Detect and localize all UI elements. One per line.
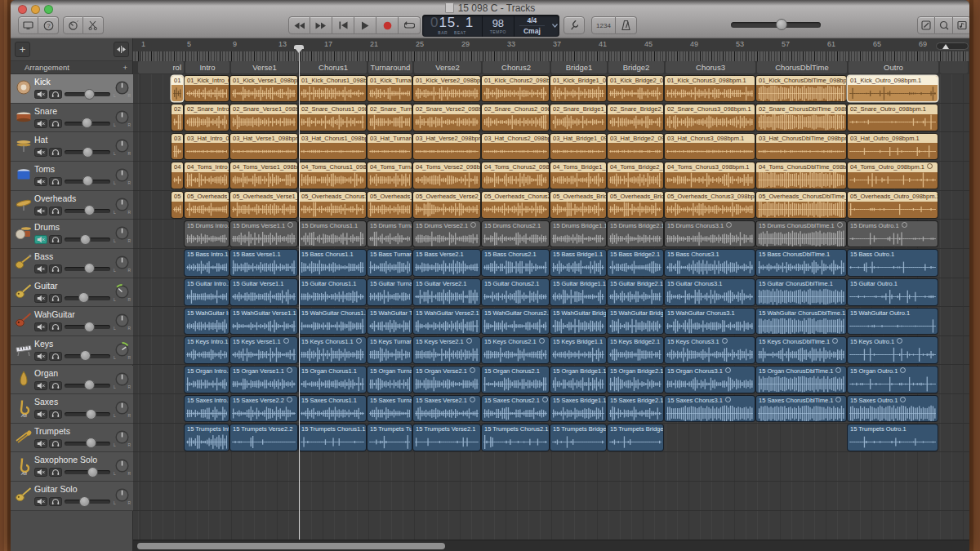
- region-15-drums-chorus2-1[interactable]: 15 Drums Chorus2.1: [482, 221, 549, 247]
- mute-button[interactable]: [34, 322, 47, 331]
- region-15-guitar-chorus3-1[interactable]: 15 Guitar Chorus3.1: [665, 279, 755, 305]
- region-15-saxes-turna[interactable]: 15 Saxes Turna: [368, 396, 412, 422]
- lcd-chevron-icon[interactable]: [550, 15, 559, 37]
- rewind-button[interactable]: [288, 16, 310, 34]
- mute-button[interactable]: [34, 352, 47, 361]
- arrangement-marker-chorus2[interactable]: Chorus2: [483, 61, 550, 73]
- region-03[interactable]: 03: [172, 134, 183, 160]
- solo-button[interactable]: [49, 207, 62, 216]
- pan-knob[interactable]: LR: [114, 283, 131, 300]
- region-02-snare-chorus1-098[interactable]: 02_Snare_Chorus1_098: [299, 104, 366, 131]
- arrangement-marker-bridge2[interactable]: Bridge2: [608, 61, 664, 73]
- track-header-trumpets[interactable]: TrumpetsLR: [11, 424, 133, 453]
- region-15-bass-chorus2-1[interactable]: 15 Bass Chorus2.1: [482, 250, 549, 276]
- region-04-toms-outro-098bpm-1[interactable]: 04_Toms_Outro_098bpm.1: [848, 162, 938, 189]
- pan-knob[interactable]: LR: [114, 429, 131, 446]
- region-15-drums-outro-1[interactable]: 15 Drums Outro.1: [848, 221, 938, 247]
- volume-slider-handle[interactable]: [79, 496, 90, 507]
- catch-playhead-button[interactable]: [114, 42, 129, 57]
- volume-slider[interactable]: [65, 180, 110, 184]
- region-04-toms-bridge2-0[interactable]: 04_Toms_Bridge2_0: [608, 162, 663, 189]
- tuner-button[interactable]: [564, 16, 585, 34]
- pan-knob[interactable]: LR: [114, 109, 131, 126]
- mute-button[interactable]: [34, 381, 47, 390]
- volume-slider-handle[interactable]: [84, 205, 95, 216]
- region-03-hat-chorusdbltime-098bpm[interactable]: 03_Hat_ChorusDblTime_098bpm: [756, 134, 846, 160]
- region-15-organ-intro-1[interactable]: 15 Organ Intro.1: [185, 367, 229, 393]
- volume-slider-handle[interactable]: [84, 380, 95, 390]
- mute-button[interactable]: [34, 148, 47, 157]
- region-04-toms-bridge1-0[interactable]: 04_Toms_Bridge1_0: [550, 162, 606, 189]
- region-15-keys-chorusdbltime-1[interactable]: 15 Keys ChorusDblTime.1: [756, 337, 846, 363]
- region-04-toms-verse2-098bp[interactable]: 04_Toms_Verse2_098bp: [413, 162, 480, 189]
- track-header-bass[interactable]: BassLR: [11, 249, 133, 278]
- solo-button[interactable]: [49, 294, 62, 303]
- region-15-guitar-intro-1[interactable]: 15 Guitar Intro.1: [185, 279, 229, 305]
- region-04[interactable]: 04: [172, 162, 183, 189]
- region-15-guitar-chorus1-1[interactable]: 15 Guitar Chorus1.1: [299, 279, 366, 305]
- region-03-hat-bridge1-09[interactable]: 03_Hat_Bridge1_09: [550, 134, 606, 160]
- pan-knob[interactable]: LR: [114, 79, 131, 96]
- region-04-toms-verse1-098bp[interactable]: 04_Toms_Verse1_098bp: [230, 162, 297, 189]
- region-15-saxes-chorus2-1[interactable]: 15 Saxes Chorus2.1: [482, 396, 549, 422]
- volume-slider-handle[interactable]: [82, 147, 93, 158]
- region-02-snare-chorus3-098bpm-1[interactable]: 02_Snare_Chorus3_098bpm.1: [665, 104, 755, 131]
- notepad-button[interactable]: [917, 16, 935, 34]
- mute-button[interactable]: [34, 177, 47, 186]
- region-15-guitar-bridge1-1[interactable]: 15 Guitar Bridge1.1: [550, 279, 606, 305]
- region-03-hat-verse2-098bpm[interactable]: 03_Hat_Verse2_098bpm: [413, 134, 480, 160]
- volume-slider-handle[interactable]: [87, 467, 98, 478]
- region-15-drums-bridge2-1[interactable]: 15 Drums Bridge2.1: [608, 221, 663, 247]
- region-03-hat-chorus2-098bp[interactable]: 03_Hat_Chorus2_098bp: [482, 134, 549, 160]
- region-15-drums-bridge1-1[interactable]: 15 Drums Bridge1.1: [550, 221, 606, 247]
- go-to-beginning-button[interactable]: [332, 16, 354, 34]
- arrangement-marker-rol[interactable]: rol: [138, 61, 184, 73]
- region-02-snare-chorusdbltime-098b[interactable]: 02_Snare_ChorusDblTime_098b: [756, 104, 846, 131]
- region-15-bass-verse1-1[interactable]: 15 Bass Verse1.1: [230, 250, 297, 276]
- volume-slider[interactable]: [65, 325, 110, 329]
- track-header-guitar[interactable]: GuitarLR: [11, 278, 133, 308]
- region-15-trumpets-chorus2-1[interactable]: 15 Trumpets Chorus2.1: [482, 424, 549, 451]
- track-header-snare[interactable]: SnareLR: [11, 104, 133, 133]
- region-15-drums-chorus1-1[interactable]: 15 Drums Chorus1.1: [299, 221, 366, 247]
- region-05-overheads-outro-098bpm-1[interactable]: 05_Overheads_Outro_098bpm.1: [848, 192, 938, 218]
- region-05-overheads-chorusdbltime-0[interactable]: 05_Overheads_ChorusDblTime_0: [756, 192, 846, 218]
- arrangement-marker-chorus1[interactable]: Chorus1: [300, 61, 367, 73]
- mute-button[interactable]: [34, 497, 47, 506]
- solo-button[interactable]: [49, 90, 62, 99]
- arrangement-marker-outro[interactable]: Outro: [849, 61, 938, 73]
- master-volume-slider[interactable]: [731, 22, 821, 28]
- pan-knob[interactable]: LR: [114, 487, 131, 504]
- region-04-toms-chorus2-098b[interactable]: 04_Toms_Chorus2_098b: [482, 162, 549, 189]
- region-15-saxes-chorus3-1[interactable]: 15 Saxes Chorus3.1: [665, 396, 755, 422]
- mute-button[interactable]: [34, 235, 47, 244]
- metronome-button[interactable]: [616, 16, 637, 34]
- solo-button[interactable]: [49, 497, 62, 506]
- region-15-guitar-bridge2-1[interactable]: 15 Guitar Bridge2.1: [608, 279, 663, 305]
- playhead-pin[interactable]: [294, 45, 304, 53]
- region-15-wahguitar-chorus2-1[interactable]: 15 WahGuitar Chorus2.1: [482, 309, 549, 335]
- volume-slider[interactable]: [65, 384, 110, 388]
- mute-button[interactable]: [34, 410, 47, 419]
- zoom-slider-handle[interactable]: [942, 44, 949, 49]
- play-button[interactable]: [354, 16, 376, 34]
- region-05-overheads-chorus1-[interactable]: 05_Overheads_Chorus1_: [299, 192, 366, 218]
- arrangement-marker-verse1[interactable]: Verse1: [231, 61, 298, 73]
- region-03-hat-bridge2-09[interactable]: 03_Hat_Bridge2_09: [608, 134, 663, 160]
- region-01-kick-verse1-098bpm[interactable]: 01_Kick_Verse1_098bpm: [230, 76, 297, 102]
- region-01-kick-chorus1-098bp[interactable]: 01_Kick_Chorus1_098bp: [299, 76, 366, 102]
- volume-slider[interactable]: [65, 500, 110, 504]
- pan-knob[interactable]: LR: [114, 399, 131, 416]
- track-header-guitar-solo[interactable]: Guitar SoloLR: [11, 482, 133, 511]
- volume-slider[interactable]: [65, 267, 110, 271]
- region-15-bass-verse2-1[interactable]: 15 Bass Verse2.1: [413, 250, 480, 276]
- region-15-wahguitar-bridg[interactable]: 15 WahGuitar Bridg: [608, 309, 663, 335]
- quick-help-button[interactable]: ?: [38, 16, 59, 34]
- master-volume-handle[interactable]: [776, 19, 787, 30]
- region-15-keys-bridge1-1[interactable]: 15 Keys Bridge1.1: [550, 337, 606, 363]
- region-15-trumpets-int[interactable]: 15 Trumpets Int: [185, 424, 229, 451]
- track-header-organ[interactable]: OrganLR: [11, 366, 133, 395]
- volume-slider[interactable]: [65, 470, 110, 474]
- region-05-overheads-chorus2[interactable]: 05_Overheads_Chorus2: [482, 192, 549, 218]
- region-02-snare-verse2-098b[interactable]: 02_Snare_Verse2_098b: [413, 104, 480, 131]
